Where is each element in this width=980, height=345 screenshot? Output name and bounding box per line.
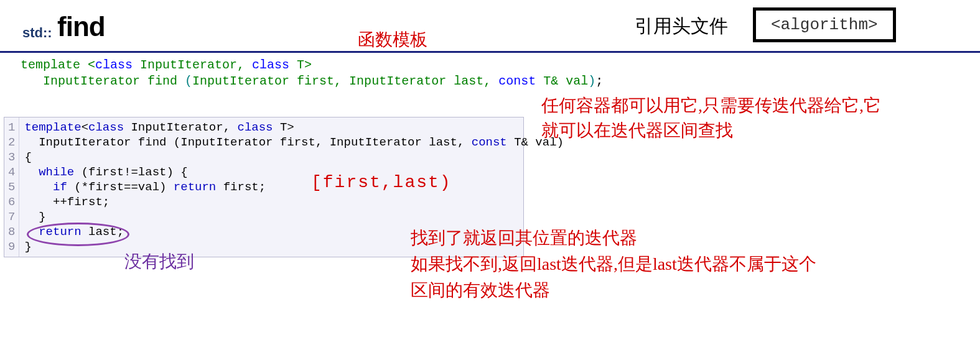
kw-if: if <box>53 180 67 194</box>
range-annotation: [first,last) <box>311 173 452 192</box>
indent-5 <box>24 180 53 194</box>
return-behavior-annotation: 找到了就返回其位置的迭代器 如果找不到,返回last迭代器,但是last迭代器不… <box>411 225 816 303</box>
kw-return-1: return <box>174 180 216 194</box>
brace-close-outer: } <box>24 240 31 254</box>
return-type: InputIterator find <box>43 74 185 88</box>
kw-class-2: class <box>252 58 289 72</box>
angle-close: > <box>304 58 312 72</box>
include-header-box: <algorithm> <box>753 7 896 42</box>
line-2-rest: T& val) <box>507 136 564 149</box>
increment: ++first; <box>24 195 110 209</box>
brace-close-inner: } <box>24 210 45 224</box>
brace-open: { <box>24 150 31 164</box>
header-section: std:: find 函数模板 引用头文件 <algorithm> <box>0 0 980 53</box>
angle-bracket: < <box>82 121 88 134</box>
type-param-2: T> <box>273 121 294 134</box>
annotation-usage: 任何容器都可以用它,只需要传迭代器给它,它 就可以在迭代器区间查找 <box>541 93 881 143</box>
not-found-annotation: 没有找到 <box>124 250 194 274</box>
kw-template: template <box>24 121 81 134</box>
paren-close: ) <box>588 74 595 88</box>
line-2-sig: InputIterator find (InputIterator first,… <box>24 136 471 149</box>
subtitle-label: 函数模板 <box>358 28 427 52</box>
indent-4 <box>24 165 39 179</box>
kw-class-1: class <box>95 58 133 72</box>
kw-class-2: class <box>237 121 273 134</box>
indent <box>21 74 43 88</box>
angle-open: < <box>80 58 95 72</box>
while-cond: (first!=last) { <box>74 165 187 179</box>
if-cond: (*first==val) <box>67 180 174 194</box>
return-last: last; <box>82 225 124 239</box>
semicolon: ; <box>595 74 603 88</box>
type-param-1: InputIterator, <box>124 121 237 134</box>
params-rest: T& val <box>536 74 588 88</box>
kw-const: const <box>472 136 507 149</box>
kw-while: while <box>39 165 74 179</box>
kw-template: template <box>21 58 80 72</box>
paren-open: ( <box>185 74 192 88</box>
function-name: find <box>57 11 105 42</box>
return-first: first; <box>216 180 266 194</box>
type-2: T <box>289 58 304 72</box>
line-numbers: 1 2 3 4 5 6 7 8 9 <box>4 117 19 257</box>
namespace-prefix: std:: <box>22 25 52 41</box>
params: InputIterator first, InputIterator last, <box>192 74 498 88</box>
function-signature: template <class InputIterator, class T> … <box>21 57 603 90</box>
kw-const: const <box>498 74 536 88</box>
type-1: InputIterator, <box>133 58 252 72</box>
include-label: 引用头文件 <box>635 14 728 39</box>
kw-return-2: return <box>39 225 81 239</box>
indent-8 <box>24 225 39 239</box>
kw-class: class <box>88 121 124 134</box>
